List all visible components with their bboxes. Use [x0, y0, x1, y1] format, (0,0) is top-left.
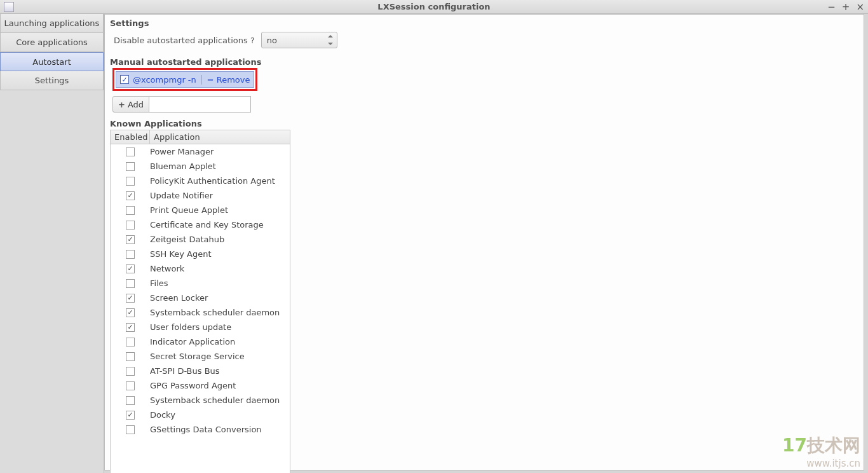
application-name: PolicyKit Authentication Agent: [150, 176, 290, 186]
enabled-checkbox[interactable]: [126, 177, 135, 186]
disable-autostart-label: Disable autostarted applications ?: [114, 36, 255, 45]
enabled-checkbox[interactable]: [126, 381, 135, 390]
known-applications-table: Enabled Application Power ManagerBlueman…: [110, 130, 290, 473]
enabled-checkbox[interactable]: [126, 191, 135, 200]
sidebar: Launching applications Core applications…: [0, 14, 104, 473]
add-input[interactable]: [149, 96, 251, 113]
application-name: Update Notifier: [150, 191, 290, 200]
application-name: SSH Key Agent: [150, 249, 290, 259]
manual-entry-checkbox[interactable]: [120, 75, 129, 84]
tab-settings[interactable]: Settings: [0, 71, 104, 90]
table-row[interactable]: Screen Locker: [111, 291, 290, 305]
tab-label: Launching applications: [4, 18, 100, 28]
table-row[interactable]: SSH Key Agent: [111, 247, 290, 261]
enabled-checkbox[interactable]: [126, 425, 135, 434]
tab-launching-applications[interactable]: Launching applications: [0, 14, 104, 33]
tab-label: Settings: [35, 76, 69, 85]
application-name: Network: [150, 264, 290, 273]
window-controls: − + ×: [827, 1, 864, 13]
enabled-checkbox[interactable]: [126, 279, 135, 288]
table-row[interactable]: Systemback scheduler daemon: [111, 393, 290, 408]
application-name: User folders update: [150, 322, 290, 332]
table-row[interactable]: Secret Storage Service: [111, 349, 290, 364]
table-row[interactable]: Update Notifier: [111, 188, 290, 203]
application-name: Screen Locker: [150, 293, 290, 303]
minus-icon: −: [207, 75, 214, 85]
tab-autostart[interactable]: Autostart: [0, 52, 104, 71]
tab-core-applications[interactable]: Core applications: [0, 33, 104, 52]
application-name: Power Manager: [150, 147, 290, 156]
table-row[interactable]: Docky: [111, 408, 290, 422]
table-row[interactable]: Zeitgeist Datahub: [111, 232, 290, 247]
application-name: Print Queue Applet: [150, 205, 290, 215]
enabled-checkbox[interactable]: [126, 396, 135, 405]
plus-icon: +: [118, 100, 125, 109]
settings-panel: Settings Disable autostarted application…: [104, 14, 864, 470]
enabled-checkbox[interactable]: [126, 411, 135, 420]
enabled-checkbox[interactable]: [126, 162, 135, 171]
application-name: Files: [150, 278, 290, 288]
titlebar: LXSession configuration − + ×: [0, 0, 868, 14]
table-row[interactable]: Indicator Application: [111, 334, 290, 349]
application-name: Systemback scheduler daemon: [150, 395, 290, 405]
enabled-checkbox[interactable]: [126, 338, 135, 346]
enabled-checkbox[interactable]: [126, 235, 135, 244]
content-area: Settings Disable autostarted application…: [104, 14, 868, 473]
application-name: Secret Storage Service: [150, 352, 290, 361]
table-row[interactable]: Files: [111, 276, 290, 291]
application-name: Indicator Application: [150, 337, 290, 346]
disable-autostart-select[interactable]: no: [261, 32, 337, 48]
table-row[interactable]: AT-SPI D-Bus Bus: [111, 364, 290, 378]
table-row[interactable]: PolicyKit Authentication Agent: [111, 174, 290, 188]
enabled-checkbox[interactable]: [126, 294, 135, 303]
app-icon: [4, 2, 14, 12]
maximize-icon[interactable]: +: [842, 1, 850, 13]
table-header: Enabled Application: [111, 130, 290, 144]
close-icon[interactable]: ×: [856, 1, 864, 13]
enabled-checkbox[interactable]: [126, 308, 135, 317]
enabled-checkbox[interactable]: [126, 352, 135, 361]
application-name: Systemback scheduler daemon: [150, 308, 290, 317]
minimize-icon[interactable]: −: [827, 1, 836, 13]
table-row[interactable]: Blueman Applet: [111, 159, 290, 174]
enabled-checkbox[interactable]: [126, 367, 135, 376]
enabled-checkbox[interactable]: [126, 264, 135, 273]
application-name: Certificate and Key Storage: [150, 220, 290, 230]
table-row[interactable]: Power Manager: [111, 144, 290, 159]
enabled-checkbox[interactable]: [126, 250, 135, 259]
application-name: AT-SPI D-Bus Bus: [150, 366, 290, 376]
add-row: + Add: [112, 96, 858, 113]
remove-label: Remove: [217, 75, 250, 85]
enabled-checkbox[interactable]: [126, 323, 135, 332]
column-enabled[interactable]: Enabled: [111, 130, 150, 144]
column-application[interactable]: Application: [150, 130, 290, 144]
window-title: LXSession configuration: [377, 2, 490, 11]
tab-label: Core applications: [16, 38, 88, 47]
table-row[interactable]: Certificate and Key Storage: [111, 217, 290, 232]
table-row[interactable]: GSettings Data Conversion: [111, 422, 290, 437]
add-button[interactable]: + Add: [112, 96, 149, 113]
enabled-checkbox[interactable]: [126, 221, 135, 230]
disable-autostart-row: Disable autostarted applications ? no: [105, 29, 864, 53]
tab-label: Autostart: [32, 57, 71, 67]
manual-entry: @xcompmgr -n − Remove: [116, 71, 254, 88]
application-name: Blueman Applet: [150, 161, 290, 171]
enabled-checkbox[interactable]: [126, 147, 135, 156]
table-row[interactable]: Network: [111, 261, 290, 276]
known-heading: Known Applications: [105, 115, 864, 130]
table-body: Power ManagerBlueman AppletPolicyKit Aut…: [111, 144, 290, 473]
manual-heading: Manual autostarted applications: [105, 53, 864, 68]
enabled-checkbox[interactable]: [126, 206, 135, 215]
table-row[interactable]: User folders update: [111, 320, 290, 334]
table-row[interactable]: GPG Password Agent: [111, 378, 290, 393]
application-name: GPG Password Agent: [150, 381, 290, 390]
manual-entry-command: @xcompmgr -n: [133, 75, 196, 85]
table-row[interactable]: Systemback scheduler daemon: [111, 305, 290, 320]
manual-entry-highlighted: @xcompmgr -n − Remove: [112, 68, 257, 91]
application-name: Zeitgeist Datahub: [150, 235, 290, 244]
add-label: Add: [128, 100, 144, 109]
application-name: Docky: [150, 410, 290, 420]
remove-button[interactable]: − Remove: [201, 75, 250, 85]
table-row[interactable]: Print Queue Applet: [111, 203, 290, 217]
settings-heading: Settings: [105, 15, 864, 29]
